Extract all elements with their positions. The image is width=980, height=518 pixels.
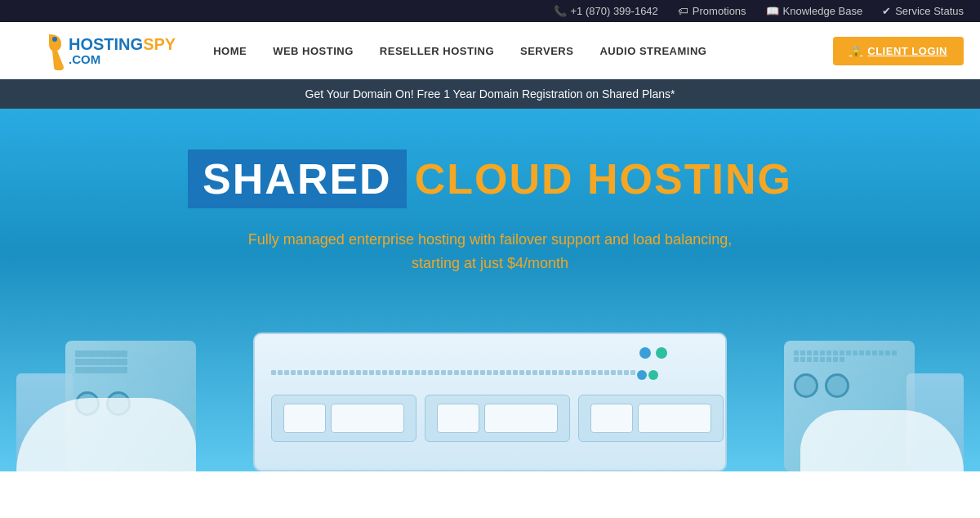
cloud-left xyxy=(16,398,196,471)
nav-web-hosting[interactable]: WEB HOSTING xyxy=(260,45,367,57)
service-status-link[interactable]: ✔ Service Status xyxy=(882,5,964,17)
hero-title: SHARED CLOUD HOSTING xyxy=(188,150,792,208)
tag-icon: 🏷 xyxy=(678,5,688,17)
server-illustration: // will be rendered by inline approach b… xyxy=(16,308,964,471)
check-icon: ✔ xyxy=(882,5,891,17)
main-server-rack: // will be rendered by inline approach b… xyxy=(253,333,727,471)
nav-home[interactable]: HOME xyxy=(200,45,260,57)
promotions-link[interactable]: 🏷 Promotions xyxy=(678,5,746,17)
hero-section: SHARED CLOUD HOSTING Fully managed enter… xyxy=(0,109,980,471)
main-nav: HOME WEB HOSTING RESELLER HOSTING SERVER… xyxy=(200,45,833,57)
phone-icon: 📞 xyxy=(554,5,567,17)
svg-point-4 xyxy=(52,37,57,42)
top-bar: 📞 +1 (870) 399-1642 🏷 Promotions 📖 Knowl… xyxy=(0,0,980,22)
svg-rect-3 xyxy=(20,47,44,54)
cloud-right xyxy=(800,410,964,471)
hero-subtitle: Fully managed enterprise hosting with fa… xyxy=(248,228,732,275)
phone-number: 📞 +1 (870) 399-1642 xyxy=(554,5,658,17)
logo[interactable]: HOSTINGSPY .COM xyxy=(16,26,176,75)
book-icon: 📖 xyxy=(766,5,779,17)
server-drive-bays xyxy=(271,395,709,442)
nav-bar: HOSTINGSPY .COM HOME WEB HOSTING RESELLE… xyxy=(0,22,980,79)
announcement-text: Get Your Domain On! Free 1 Year Domain R… xyxy=(305,87,675,100)
client-login-button[interactable]: 🔒 CLIENT LOGIN xyxy=(833,37,964,65)
nav-reseller-hosting[interactable]: RESELLER HOSTING xyxy=(367,45,507,57)
logo-text: HOSTINGSPY .COM xyxy=(69,35,176,67)
lock-icon: 🔒 xyxy=(849,45,863,57)
nav-servers[interactable]: SERVERS xyxy=(507,45,586,57)
hero-title-shared: SHARED xyxy=(188,150,407,208)
announcement-bar: Get Your Domain On! Free 1 Year Domain R… xyxy=(0,79,980,109)
hero-title-cloud-hosting: CLOUD HOSTING xyxy=(415,154,792,203)
nav-audio-streaming[interactable]: AUDIO STREAMING xyxy=(586,45,719,57)
server-dot-grid xyxy=(271,370,679,380)
knowledge-base-link[interactable]: 📖 Knowledge Base xyxy=(766,5,863,17)
below-hero-section: Enterprise Cloud Platform xyxy=(0,471,980,518)
